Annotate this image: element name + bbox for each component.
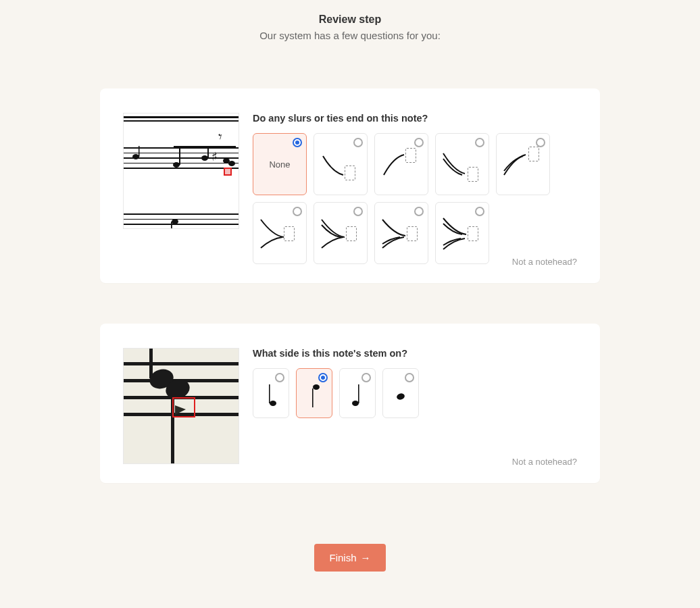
option-slur-5[interactable]: [253, 202, 307, 264]
svg-point-11: [172, 219, 178, 224]
svg-rect-12: [171, 222, 172, 229]
option-slur-7[interactable]: [374, 202, 428, 264]
svg-text:♯: ♯: [211, 150, 218, 163]
svg-rect-1: [139, 146, 140, 157]
svg-point-21: [352, 401, 359, 406]
option-slur-8[interactable]: [435, 202, 489, 264]
option-slur-4[interactable]: [496, 133, 550, 195]
svg-rect-20: [312, 388, 314, 407]
svg-point-4: [201, 155, 208, 161]
svg-point-2: [173, 162, 180, 168]
svg-rect-22: [358, 384, 359, 403]
option-label: None: [269, 159, 290, 170]
radio-icon: [405, 373, 414, 382]
svg-rect-18: [269, 384, 270, 403]
svg-point-0: [132, 154, 139, 159]
svg-point-23: [396, 392, 405, 401]
option-slur-1[interactable]: [314, 133, 368, 195]
svg-point-8: [228, 161, 235, 166]
option-slur-2[interactable]: [374, 133, 428, 195]
question-card-slurs: 𝄾 ♯ Do any slurs or ties end on this not…: [100, 88, 600, 283]
option-no-stem[interactable]: [382, 368, 419, 418]
svg-point-19: [313, 384, 320, 390]
not-notehead-link[interactable]: Not a notehead?: [512, 257, 577, 267]
option-none[interactable]: None: [253, 133, 307, 195]
svg-rect-3: [179, 146, 180, 165]
question-card-stem: What side is this note's stem on?: [100, 324, 600, 483]
stem-options: [253, 368, 577, 418]
option-stem-down-left[interactable]: [296, 368, 332, 418]
not-notehead-link[interactable]: Not a notehead?: [512, 457, 577, 467]
finish-button[interactable]: Finish →: [314, 544, 385, 572]
page-subtitle: Our system has a few questions for you:: [0, 30, 700, 41]
finish-label: Finish: [329, 552, 356, 563]
note-thumbnail: [123, 348, 239, 464]
option-stem-up-left[interactable]: [253, 368, 289, 418]
option-slur-6[interactable]: [314, 202, 368, 264]
svg-rect-10: [174, 146, 209, 149]
svg-point-17: [270, 401, 276, 406]
radio-icon: [318, 373, 328, 382]
highlight-box: [172, 397, 195, 417]
note-thumbnail: 𝄾 ♯: [123, 113, 239, 229]
radio-icon: [293, 138, 302, 147]
radio-icon: [275, 373, 284, 382]
option-slur-3[interactable]: [435, 133, 489, 195]
question-prompt: What side is this note's stem on?: [253, 348, 577, 359]
option-stem-up-right[interactable]: [339, 368, 376, 418]
arrow-right-icon: →: [361, 552, 371, 563]
question-prompt: Do any slurs or ties end on this note?: [253, 113, 577, 124]
svg-rect-16: [149, 349, 153, 378]
slur-options: None: [253, 133, 577, 264]
page-title: Review step: [0, 14, 700, 26]
radio-icon: [361, 373, 371, 382]
